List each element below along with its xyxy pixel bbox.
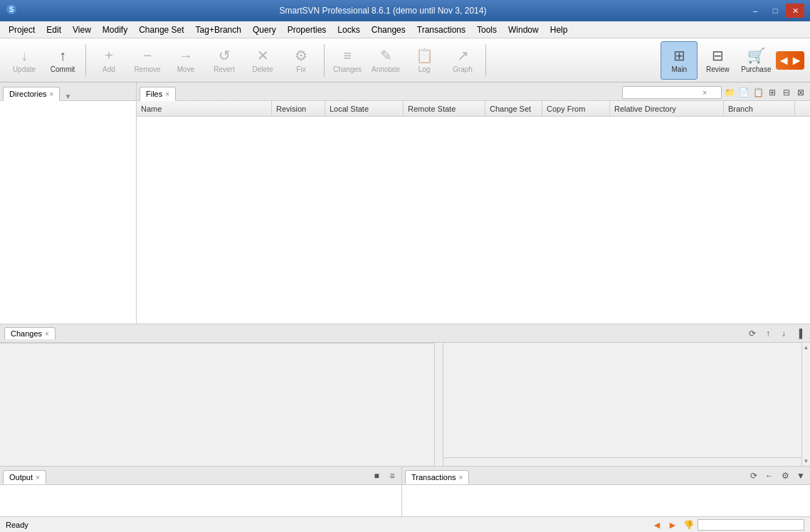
commit-label: Commit xyxy=(51,65,75,73)
toolbar-icon-5[interactable]: ⊟ xyxy=(780,86,793,99)
transactions-dropdown-icon[interactable]: ▼ xyxy=(794,469,807,482)
toolbar-icon-3[interactable]: 📋 xyxy=(752,86,764,99)
status-text-field[interactable] xyxy=(698,519,804,531)
changes-close-icon[interactable]: × xyxy=(45,330,49,338)
changes-tab[interactable]: Changes × xyxy=(4,327,56,339)
nav-arrows[interactable]: ◄► xyxy=(776,51,804,70)
changes-icon: ≡ xyxy=(343,48,352,64)
main-view-label: Main xyxy=(672,65,688,73)
add-button: +Add xyxy=(90,41,127,80)
transactions-prev-icon[interactable]: ← xyxy=(763,469,776,482)
col-header-branch[interactable]: Branch xyxy=(724,101,795,116)
menu-item-modify[interactable]: Modify xyxy=(97,23,133,37)
output-close-icon[interactable]: × xyxy=(36,474,40,482)
menu-item-project[interactable]: Project xyxy=(3,23,41,37)
output-tab[interactable]: Output × xyxy=(3,470,46,484)
directories-tab-bar: Directories × ▼ xyxy=(0,83,136,101)
svg-text:S: S xyxy=(9,6,14,14)
menu-item-properties[interactable]: Properties xyxy=(282,23,332,37)
maximize-button[interactable]: □ xyxy=(766,4,784,18)
update-icon: ↓ xyxy=(21,48,28,64)
col-header-revision[interactable]: Revision xyxy=(272,101,325,116)
scroll-down-arrow[interactable]: ▼ xyxy=(802,457,810,466)
toolbar-icon-1[interactable]: 📁 xyxy=(723,86,736,99)
col-header-change-set[interactable]: Change Set xyxy=(485,101,542,116)
revert-label: Revert xyxy=(214,65,234,73)
changes-h-scrollbar-left[interactable] xyxy=(0,343,434,351)
status-bar: Ready ◄ ► 👎 xyxy=(0,516,810,532)
top-panels: Directories × ▼ Files × × xyxy=(0,83,810,324)
transactions-close-icon[interactable]: × xyxy=(459,474,463,482)
menu-item-view[interactable]: View xyxy=(67,23,97,37)
purchase-view-icon: 🛒 xyxy=(747,47,765,64)
menu-item-tag-branch[interactable]: Tag+Branch xyxy=(190,23,247,37)
directories-panel: Directories × ▼ xyxy=(0,83,137,324)
changes-section: Changes × ⟳ ↑ ↓ ▐ ▲ xyxy=(0,324,810,467)
status-thumb-down-icon[interactable]: 👎 xyxy=(682,518,695,531)
files-tab[interactable]: Files × xyxy=(140,87,176,101)
changes-scrollbar-icon[interactable]: ▐ xyxy=(793,327,806,340)
col-header-relative-directory[interactable]: Relative Directory xyxy=(610,101,724,116)
files-tabs-left: Files × xyxy=(140,87,177,100)
fix-icon: ⚙ xyxy=(295,47,307,64)
column-headers: NameRevisionLocal StateRemote StateChang… xyxy=(137,101,810,117)
changes-down-icon[interactable]: ↓ xyxy=(777,327,790,340)
files-close-icon[interactable]: × xyxy=(165,90,169,98)
output-tab-label: Output xyxy=(9,473,33,482)
close-button[interactable]: ✕ xyxy=(786,4,804,18)
changes-refresh-icon[interactable]: ⟳ xyxy=(746,327,759,340)
add-icon: + xyxy=(105,48,113,64)
col-header-local-state[interactable]: Local State xyxy=(325,101,404,116)
commit-button[interactable]: ↑Commit xyxy=(44,41,81,80)
changes-header: Changes × ⟳ ↑ ↓ ▐ xyxy=(0,324,810,343)
menu-item-window[interactable]: Window xyxy=(503,23,545,37)
toolbar-icon-2[interactable]: 📄 xyxy=(737,86,750,99)
output-icon-scroll[interactable]: ≡ xyxy=(386,469,399,482)
add-label: Add xyxy=(102,65,115,73)
col-header-remote-state[interactable]: Remote State xyxy=(404,101,485,116)
changes-up-icon[interactable]: ↑ xyxy=(762,327,774,340)
status-nav-prev-icon[interactable]: ◄ xyxy=(651,518,663,531)
changes-v-scrollbar[interactable]: ▲ ▼ xyxy=(801,343,810,466)
transactions-content xyxy=(402,485,810,516)
changes-content: ▲ ▼ xyxy=(0,343,810,466)
review-view-button[interactable]: ⊟Review xyxy=(699,41,736,80)
minimize-button[interactable]: – xyxy=(746,4,764,18)
status-nav-next-icon[interactable]: ► xyxy=(666,518,679,531)
search-input[interactable] xyxy=(623,88,701,97)
title-bar: S SmartSVN Professional 8.6.1 (demo unti… xyxy=(0,0,810,21)
changes-left-panel xyxy=(0,343,435,466)
transactions-settings-icon[interactable]: ⚙ xyxy=(779,469,791,482)
window-controls: – □ ✕ xyxy=(746,4,804,18)
menu-item-changes[interactable]: Changes xyxy=(366,23,411,37)
directories-tab[interactable]: Directories × xyxy=(3,87,60,101)
toolbar-icon-4[interactable]: ⊞ xyxy=(766,86,779,99)
purchase-view-button[interactable]: 🛒Purchase xyxy=(737,41,774,80)
col-header-copy-from[interactable]: Copy From xyxy=(542,101,610,116)
output-icon-stop[interactable]: ■ xyxy=(370,469,383,482)
changes-h-scrollbar-right[interactable] xyxy=(443,457,801,466)
menu-item-tools[interactable]: Tools xyxy=(471,23,503,37)
menu-item-help[interactable]: Help xyxy=(545,23,574,37)
scroll-up-arrow[interactable]: ▲ xyxy=(802,343,810,352)
changes-divider xyxy=(435,343,443,466)
menu-item-change set[interactable]: Change Set xyxy=(133,23,189,37)
menu-item-edit[interactable]: Edit xyxy=(41,23,67,37)
search-clear-icon[interactable]: × xyxy=(701,88,708,97)
transactions-tab[interactable]: Transactions × xyxy=(405,470,469,484)
main-view-button[interactable]: ⊞Main xyxy=(661,41,698,80)
menu-item-query[interactable]: Query xyxy=(247,23,282,37)
toolbar-icon-6[interactable]: ⊠ xyxy=(794,86,807,99)
menu-item-locks[interactable]: Locks xyxy=(332,23,365,37)
graph-icon: ↗ xyxy=(457,47,469,64)
annotate-button: ✎Annotate xyxy=(367,41,404,80)
files-tab-bar: Files × × 📁 📄 📋 ⊞ ⊟ ⊠ xyxy=(137,83,810,101)
status-right: ◄ ► 👎 xyxy=(651,518,804,531)
log-icon: 📋 xyxy=(416,47,433,64)
col-header-name[interactable]: Name xyxy=(137,101,272,116)
menu-item-transactions[interactable]: Transactions xyxy=(411,23,471,37)
directories-close-icon[interactable]: × xyxy=(50,90,54,98)
transactions-refresh-icon[interactable]: ⟳ xyxy=(747,469,760,482)
directories-dropdown-icon[interactable]: ▼ xyxy=(64,92,71,100)
annotate-icon: ✎ xyxy=(380,47,392,64)
